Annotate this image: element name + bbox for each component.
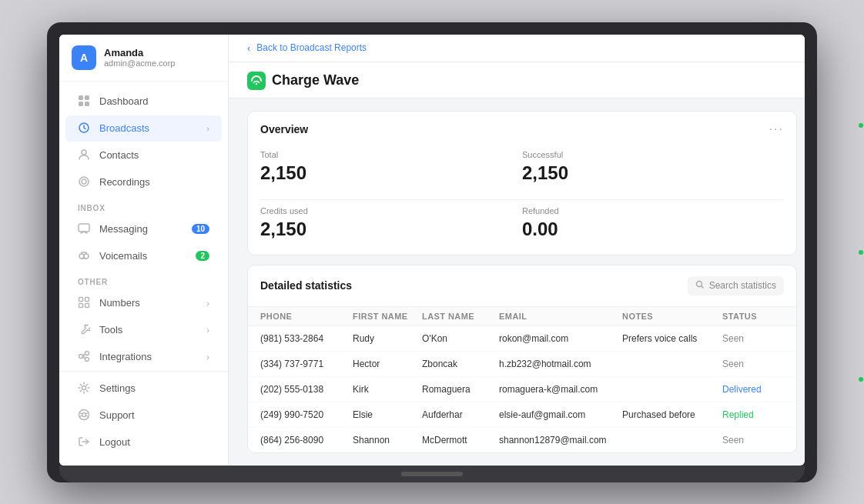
sidebar-item-messaging[interactable]: Messaging 10 bbox=[65, 216, 222, 242]
main-area: ‹ Back to Broadcast Reports Charge Wave bbox=[229, 35, 805, 466]
cell-status: Seen bbox=[722, 359, 784, 369]
cell-email: elsie-auf@gmail.com bbox=[499, 409, 622, 420]
svg-point-8 bbox=[79, 254, 84, 259]
svg-rect-2 bbox=[79, 102, 83, 106]
sidebar-item-dashboard[interactable]: Dashboard bbox=[65, 88, 222, 115]
cell-notes: Purchased before bbox=[622, 409, 722, 420]
col-firstname: First name bbox=[353, 312, 422, 321]
laptop-notch bbox=[401, 472, 463, 476]
successful-label: Successful bbox=[522, 150, 784, 159]
svg-rect-7 bbox=[79, 224, 89, 232]
messaging-icon bbox=[78, 222, 92, 236]
overview-card: Overview ··· Total 2,150 Successful 2,15… bbox=[247, 111, 797, 255]
integrations-label: Integrations bbox=[99, 351, 152, 362]
cell-firstname: Hector bbox=[353, 359, 422, 369]
avatar: A bbox=[72, 45, 96, 70]
sidebar-item-logout[interactable]: Logout bbox=[65, 429, 222, 456]
svg-point-5 bbox=[82, 179, 86, 184]
other-section-label: OTHER bbox=[59, 270, 228, 289]
cell-status: Delivered bbox=[722, 384, 784, 395]
contacts-label: Contacts bbox=[99, 149, 139, 161]
overview-title: Overview bbox=[260, 123, 308, 135]
cell-status: Replied bbox=[722, 409, 784, 420]
svg-line-21 bbox=[80, 412, 82, 414]
main-header: ‹ Back to Broadcast Reports bbox=[229, 35, 805, 62]
svg-point-17 bbox=[85, 357, 89, 361]
search-statistics-box[interactable]: Search statistics bbox=[688, 276, 784, 295]
inbox-section-label: INBOX bbox=[59, 196, 228, 215]
svg-rect-3 bbox=[85, 102, 89, 106]
svg-rect-1 bbox=[85, 95, 89, 100]
svg-line-22 bbox=[80, 416, 82, 417]
svg-point-18 bbox=[82, 386, 86, 389]
detailed-stats-card: Detailed statistics Search statistics bbox=[247, 265, 797, 453]
contacts-icon bbox=[78, 149, 92, 162]
settings-icon bbox=[78, 382, 92, 396]
tools-icon bbox=[78, 323, 92, 337]
search-icon bbox=[695, 280, 705, 292]
svg-point-26 bbox=[256, 82, 257, 84]
dashboard-label: Dashboard bbox=[99, 95, 149, 107]
cell-email: h.zb232@hotmail.com bbox=[499, 359, 622, 369]
cell-phone: (981) 533-2864 bbox=[260, 333, 353, 344]
successful-value: 2,150 bbox=[522, 162, 784, 184]
support-label: Support bbox=[99, 409, 135, 421]
table-row: (202) 555-0138 Kirk Romaguera romaguera-… bbox=[248, 377, 796, 402]
svg-rect-11 bbox=[79, 297, 83, 301]
detailed-stats-header: Detailed statistics Search statistics bbox=[248, 265, 796, 306]
cell-notes: Prefers voice calls bbox=[622, 333, 722, 344]
sidebar-item-recordings[interactable]: Recordings bbox=[65, 169, 222, 195]
sidebar-item-support[interactable]: Support bbox=[65, 402, 222, 429]
cell-phone: (864) 256-8090 bbox=[260, 435, 353, 446]
messaging-label: Messaging bbox=[99, 223, 148, 235]
table-body: (981) 533-2864 Rudy O'Kon rokon@mail.com… bbox=[248, 326, 796, 452]
sidebar-item-tools[interactable]: Tools › bbox=[65, 317, 222, 343]
sidebar-item-integrations[interactable]: Integrations › bbox=[65, 344, 222, 370]
cell-lastname: McDermott bbox=[422, 435, 499, 446]
col-notes: Notes bbox=[622, 312, 722, 321]
numbers-chevron: › bbox=[206, 299, 209, 308]
sidebar-item-contacts[interactable]: Contacts bbox=[65, 142, 222, 169]
cell-firstname: Kirk bbox=[353, 384, 422, 395]
svg-rect-14 bbox=[85, 303, 89, 307]
cell-firstname: Elsie bbox=[353, 409, 422, 420]
overview-menu-button[interactable]: ··· bbox=[769, 122, 784, 136]
svg-point-4 bbox=[82, 150, 86, 155]
sidebar-item-numbers[interactable]: Numbers › bbox=[65, 290, 222, 316]
col-lastname: Last name bbox=[422, 312, 499, 321]
broadcast-app-icon bbox=[247, 72, 266, 90]
svg-point-20 bbox=[82, 412, 86, 416]
broadcasts-label: Broadcasts bbox=[99, 122, 149, 134]
logout-icon bbox=[78, 436, 92, 449]
broadcasts-chevron: › bbox=[206, 124, 209, 133]
credits-value: 2,150 bbox=[260, 219, 522, 240]
back-link[interactable]: Back to Broadcast Reports bbox=[256, 42, 367, 53]
recordings-icon bbox=[78, 175, 92, 189]
messaging-badge: 10 bbox=[192, 224, 209, 234]
table-header: Phone First name Last name Email Notes S… bbox=[248, 306, 796, 326]
cell-lastname: Romaguera bbox=[422, 384, 499, 395]
user-email: admin@acme.corp bbox=[104, 58, 175, 68]
cell-email: shannon12879@mail.com bbox=[499, 435, 622, 446]
svg-point-9 bbox=[84, 254, 89, 259]
voicemails-icon bbox=[78, 249, 92, 263]
sidebar-item-broadcasts[interactable]: Broadcasts › bbox=[65, 115, 222, 142]
credits-stat: Credits used 2,150 bbox=[260, 200, 522, 246]
sidebar-item-voicemails[interactable]: Voicemails 2 bbox=[65, 243, 222, 269]
svg-line-23 bbox=[86, 412, 89, 414]
cell-status: Seen bbox=[722, 435, 784, 446]
table-row: (249) 990-7520 Elsie Aufderhar elsie-auf… bbox=[248, 402, 796, 428]
page-title: Charge Wave bbox=[272, 72, 359, 88]
tools-chevron: › bbox=[206, 325, 209, 335]
cell-lastname: Zboncak bbox=[422, 359, 499, 369]
sidebar-header: A Amanda admin@acme.corp bbox=[59, 35, 228, 82]
integrations-chevron: › bbox=[206, 352, 209, 362]
total-label: Total bbox=[260, 150, 522, 159]
svg-rect-12 bbox=[85, 297, 89, 301]
col-phone: Phone bbox=[260, 312, 353, 321]
sidebar-item-settings[interactable]: Settings bbox=[65, 375, 222, 402]
numbers-icon bbox=[78, 296, 92, 310]
broadcasts-icon bbox=[78, 122, 92, 135]
cell-phone: (202) 555-0138 bbox=[260, 384, 353, 395]
stats-grid-bottom: Credits used 2,150 Refunded 0.00 bbox=[248, 200, 796, 255]
